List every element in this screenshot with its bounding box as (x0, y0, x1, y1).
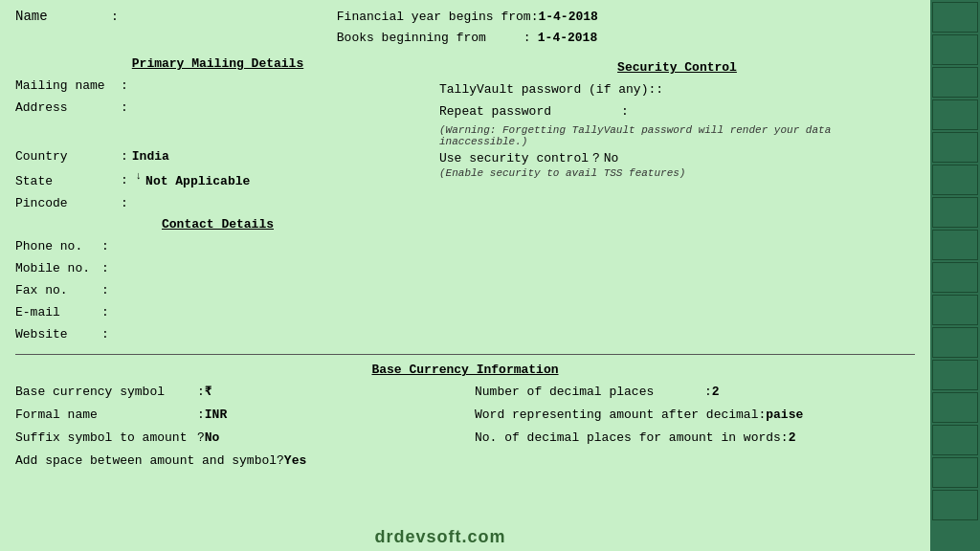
books-beginning-value: 1-4-2018 (538, 29, 597, 48)
primary-mailing-header: Primary Mailing Details (15, 56, 420, 71)
sidebar-cell-5 (932, 132, 978, 163)
repeat-password-label: Repeat password (439, 102, 621, 122)
sidebar-cell-8 (932, 230, 978, 260)
phone-label: Phone no. (15, 237, 101, 257)
warning-text: (Warning: Forgetting TallyVault password… (439, 124, 915, 147)
sidebar-cell-1 (932, 2, 978, 33)
formal-name-value: INR (205, 406, 227, 426)
sidebar-cell-2 (932, 34, 978, 65)
base-currency-header: Base Currency Information (15, 363, 915, 377)
country-value: India (132, 147, 169, 167)
country-label: Country (15, 147, 121, 167)
base-symbol-label: Base currency symbol (15, 383, 197, 403)
use-security-value: No (604, 151, 619, 165)
use-security-label: Use security control (439, 151, 592, 165)
sidebar-cell-12 (932, 360, 978, 390)
formal-name-label: Formal name (15, 406, 197, 426)
enable-text: (Enable security to avail TSS features) (439, 167, 915, 179)
decimal-places-value: 2 (712, 383, 720, 403)
no-decimal-value: 2 (789, 429, 796, 449)
state-value: Not Applicable (145, 172, 250, 192)
sidebar-cell-6 (932, 165, 978, 195)
sidebar-cell-16 (932, 490, 978, 520)
add-space-label: Add space between amount and symbol? (15, 452, 284, 472)
security-header: Security Control (439, 60, 915, 75)
watermark: drdevsoft.com (0, 527, 880, 547)
mobile-label: Mobile no. (15, 259, 101, 279)
suffix-label: Suffix symbol to amount (15, 429, 197, 449)
word-decimal-label: Word representing amount after decimal: (475, 406, 766, 426)
fax-label: Fax no. (15, 281, 101, 301)
books-beginning-label: Books beginning from : (337, 29, 538, 48)
name-colon: : (111, 10, 119, 24)
sidebar-cell-10 (932, 295, 978, 325)
sidebar-cell-9 (932, 262, 978, 293)
address-label: Address (15, 99, 121, 119)
section-divider (15, 354, 915, 355)
sidebar-cell-14 (932, 425, 978, 455)
state-label: State (15, 172, 121, 192)
sidebar-cell-13 (932, 392, 978, 423)
email-label: E-mail (15, 303, 101, 323)
financial-year-value: 1-4-2018 (538, 8, 597, 27)
sidebar-cell-15 (932, 457, 978, 488)
tallyvault-label: TallyVault password (if any): (439, 80, 656, 100)
name-label: Name (15, 9, 111, 24)
financial-year-label: Financial year begins from: (337, 8, 539, 27)
pincode-label: Pincode (15, 194, 121, 214)
sidebar-cell-4 (932, 99, 978, 130)
mailing-name-label: Mailing name (15, 77, 121, 97)
sidebar-cell-3 (932, 67, 978, 98)
contact-details-header: Contact Details (15, 217, 420, 231)
base-symbol-value: ₹ (205, 383, 212, 403)
suffix-value: No (205, 429, 220, 449)
decimal-places-label: Number of decimal places (475, 383, 704, 403)
add-space-value: Yes (284, 452, 306, 472)
website-label: Website (15, 325, 101, 345)
sidebar-cell-11 (932, 327, 978, 358)
right-sidebar (930, 0, 980, 551)
word-decimal-value: paise (766, 406, 803, 426)
no-decimal-label: No. of decimal places for amount in word… (475, 429, 789, 449)
sidebar-cell-7 (932, 197, 978, 228)
